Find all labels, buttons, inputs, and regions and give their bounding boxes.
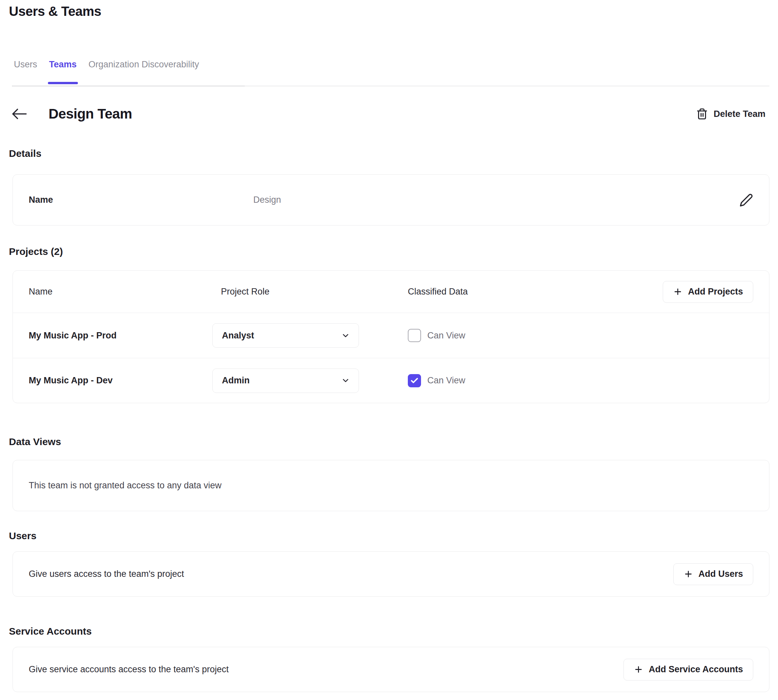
trash-icon [696,108,708,120]
project-role-select-dev[interactable]: Admin [212,368,359,393]
team-header: Design Team Delete Team [9,104,770,124]
users-heading: Users [9,530,770,542]
projects-heading: Projects (2) [9,246,770,258]
add-users-label: Add Users [698,569,743,579]
can-view-label: Can View [427,375,465,386]
project-name: My Music App - Prod [29,330,212,341]
add-projects-button[interactable]: Add Projects [663,281,753,303]
project-role-select-prod[interactable]: Analyst [212,323,359,348]
users-teams-page: Users & Teams Users Teams Organization D… [0,0,778,700]
projects-card: Name Project Role Classified Data Add Pr… [13,270,770,403]
projects-table-header: Name Project Role Classified Data Add Pr… [13,271,769,313]
check-icon [410,377,419,385]
pencil-icon [740,193,753,207]
can-view-label: Can View [427,330,465,341]
delete-team-button[interactable]: Delete Team [696,108,765,120]
users-description: Give users access to the team's project [29,569,184,579]
project-name: My Music App - Dev [29,375,212,386]
back-button[interactable] [9,105,29,123]
arrow-left-icon [11,107,27,121]
plus-icon [673,287,683,297]
project-row-prod: My Music App - Prod Analyst [13,313,769,358]
details-heading: Details [9,148,770,160]
name-field-row: Name Design [13,175,769,225]
plus-icon [634,665,643,674]
chevron-down-icon [341,331,350,340]
page-title: Users & Teams [9,4,770,20]
project-role-value: Admin [222,375,250,386]
service-accounts-heading: Service Accounts [9,626,770,638]
column-header-classified-data: Classified Data [408,287,663,297]
add-users-button[interactable]: Add Users [673,563,753,585]
add-service-accounts-label: Add Service Accounts [648,664,743,675]
tab-organization-discoverability[interactable]: Organization Discoverability [88,60,199,85]
tab-users[interactable]: Users [14,60,37,85]
plus-icon [683,569,693,579]
tab-divider [12,85,770,87]
add-projects-label: Add Projects [688,287,743,297]
service-accounts-card: Give service accounts access to the team… [13,647,770,692]
can-view-checkbox-prod[interactable] [408,329,421,342]
name-label: Name [29,195,253,205]
project-role-value: Analyst [222,330,254,341]
classified-data-cell: Can View [408,329,753,342]
edit-name-button[interactable] [738,192,755,208]
tab-teams[interactable]: Teams [49,60,77,85]
classified-data-cell: Can View [408,374,753,387]
delete-team-label: Delete Team [714,109,765,119]
users-card: Give users access to the team's project … [13,552,770,597]
details-card: Name Design [13,174,770,225]
project-row-dev: My Music App - Dev Admin [13,358,769,403]
chevron-down-icon [341,376,350,385]
can-view-checkbox-dev[interactable] [408,374,421,387]
name-value: Design [253,195,738,205]
service-accounts-description: Give service accounts access to the team… [29,664,228,675]
data-views-heading: Data Views [9,436,770,448]
data-views-empty-text: This team is not granted access to any d… [29,480,222,491]
tab-bar: Users Teams Organization Discoverability [9,60,770,85]
add-service-accounts-button[interactable]: Add Service Accounts [623,659,753,680]
column-header-name: Name [29,287,212,297]
check-icon [410,331,419,340]
team-title: Design Team [48,106,132,122]
column-header-project-role: Project Role [212,287,408,297]
data-views-card: This team is not granted access to any d… [13,460,770,511]
